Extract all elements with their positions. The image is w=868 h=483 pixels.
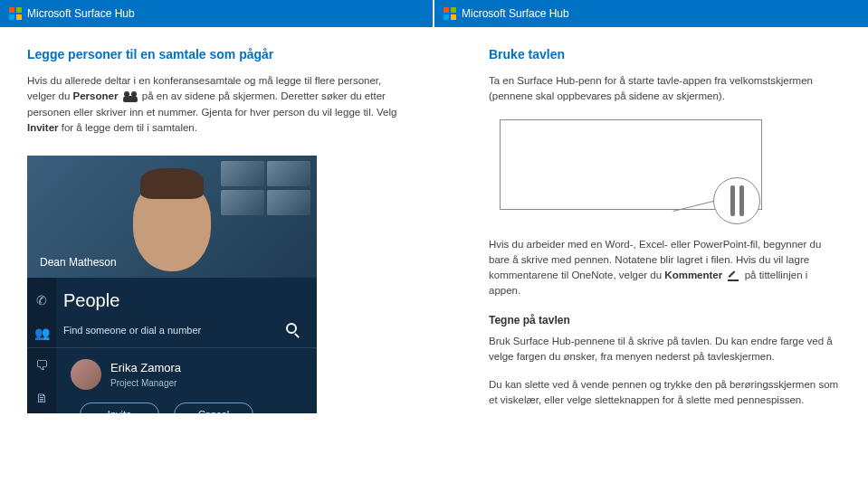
brand-label: Microsoft Surface Hub	[462, 7, 569, 20]
left-title: Legge personer til en samtale som pågår	[27, 45, 407, 64]
doc-icon[interactable]: 🗎	[34, 392, 49, 404]
video-thumbnails	[221, 161, 311, 215]
right-p1: Ta en Surface Hub-penn for å starte tavl…	[489, 73, 842, 105]
microsoft-logo-icon	[9, 7, 22, 20]
contact-role: Project Manager	[110, 376, 181, 390]
video-tile: Dean Matheson	[27, 156, 317, 278]
search-icon[interactable]	[286, 323, 297, 334]
right-p2: Hvis du arbeider med en Word-, Excel- el…	[489, 237, 842, 299]
people-icon	[123, 91, 138, 102]
contact-name: Erika Zamora	[110, 359, 181, 377]
right-column: Bruke tavlen Ta en Surface Hub-penn for …	[489, 45, 842, 416]
pen-icon	[728, 270, 739, 281]
right-p3: Bruk Surface Hub-pennene til å skrive på…	[489, 334, 842, 365]
brand-bar-right: Microsoft Surface Hub	[434, 0, 868, 27]
brand-label: Microsoft Surface Hub	[27, 7, 135, 20]
invite-button[interactable]: Invite	[80, 402, 159, 413]
right-p4: Du kan slette ved å vende pennen og tryk…	[489, 377, 842, 409]
caller-name: Dean Matheson	[40, 254, 117, 270]
microsoft-logo-icon	[444, 7, 456, 20]
subheading-draw: Tegne på tavlen	[489, 312, 842, 328]
chat-icon[interactable]: 🗨	[34, 359, 49, 372]
whiteboard-illustration	[489, 112, 815, 221]
face-placeholder	[133, 181, 211, 271]
people-title: People	[27, 278, 317, 319]
avatar	[71, 359, 101, 390]
cancel-button[interactable]: Cancel	[174, 402, 253, 413]
brand-bar-left: Microsoft Surface Hub	[0, 0, 434, 27]
pen-callout-icon	[713, 177, 760, 224]
left-paragraph-1: Hvis du allerede deltar i en konferanses…	[27, 73, 407, 136]
left-column: Legge personer til en samtale som pågår …	[27, 45, 407, 413]
contact-row[interactable]: Erika Zamora Project Manager	[27, 348, 317, 398]
search-row[interactable]: Find someone or dial a number	[27, 319, 317, 348]
right-title: Bruke tavlen	[489, 45, 842, 64]
search-placeholder: Find someone or dial a number	[63, 323, 201, 338]
people-panel: Dean Matheson ✆ 👥 🗨 🗎 People Find someon…	[27, 156, 317, 413]
phone-icon[interactable]: ✆	[34, 294, 49, 307]
